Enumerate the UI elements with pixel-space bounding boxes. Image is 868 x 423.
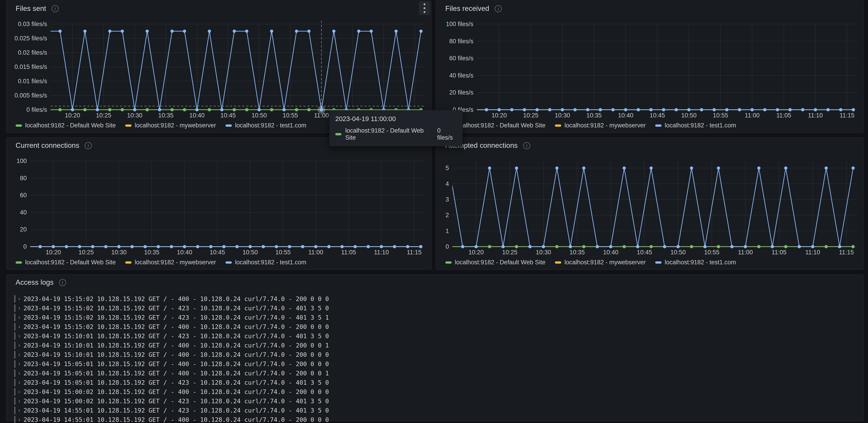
svg-text:10:35: 10:35 xyxy=(569,249,585,256)
info-icon[interactable]: i xyxy=(59,279,66,286)
chart-tooltip: 2023-04-19 11:00:00 localhost:9182 - Def… xyxy=(330,110,463,146)
legend-label: localhost:9182 - Default Web Site xyxy=(25,122,116,129)
legend-label: localhost:9182 - mywebserver xyxy=(135,259,216,266)
svg-text:10:30: 10:30 xyxy=(127,112,143,119)
current-connections-chart[interactable]: 10080604020010:2010:2510:3010:3510:4010:… xyxy=(9,151,428,258)
log-row[interactable]: ›2023-04-19 15:05:01 10.128.15.192 GET /… xyxy=(14,369,859,378)
svg-text:0.01 files/s: 0.01 files/s xyxy=(18,78,47,85)
attempted-connections-chart[interactable]: 54321010:2010:2510:3010:3510:4010:4510:5… xyxy=(438,151,860,258)
log-line-text: 2023-04-19 15:10:01 10.128.15.192 GET / … xyxy=(24,351,329,358)
svg-text:10:55: 10:55 xyxy=(283,112,298,119)
svg-text:11:10: 11:10 xyxy=(805,249,820,256)
panel-header: Access logs i xyxy=(16,278,66,286)
expand-chevron-icon[interactable]: › xyxy=(18,305,20,311)
log-row[interactable]: ›2023-04-19 15:00:02 10.128.15.192 GET /… xyxy=(14,387,859,396)
svg-text:11:00: 11:00 xyxy=(745,112,760,119)
expand-chevron-icon[interactable]: › xyxy=(18,417,20,423)
log-row[interactable]: ›2023-04-19 14:55:01 10.128.15.192 GET /… xyxy=(14,415,859,423)
expand-chevron-icon[interactable]: › xyxy=(18,361,20,367)
svg-text:5: 5 xyxy=(445,165,449,171)
svg-text:10:45: 10:45 xyxy=(220,112,236,119)
legend-color-icon xyxy=(16,124,22,127)
svg-text:11:10: 11:10 xyxy=(374,249,389,256)
expand-chevron-icon[interactable]: › xyxy=(18,333,20,339)
log-row[interactable]: ›2023-04-19 15:05:01 10.128.15.192 GET /… xyxy=(14,378,859,387)
log-row[interactable]: ›2023-04-19 15:15:02 10.128.15.192 GET /… xyxy=(14,304,859,313)
legend-item[interactable]: localhost:9182 - Default Web Site xyxy=(16,122,116,129)
legend-color-icon xyxy=(125,124,131,127)
svg-text:10:30: 10:30 xyxy=(536,249,551,256)
log-level-bar xyxy=(14,407,16,414)
svg-text:60 files/s: 60 files/s xyxy=(449,55,473,62)
legend-item[interactable]: localhost:9182 - mywebserver xyxy=(555,122,646,129)
log-list: ›2023-04-19 15:15:02 10.128.15.192 GET /… xyxy=(14,294,859,423)
svg-text:0.025 files/s: 0.025 files/s xyxy=(14,35,47,42)
expand-chevron-icon[interactable]: › xyxy=(18,407,20,414)
log-line-text: 2023-04-19 15:00:02 10.128.15.192 GET / … xyxy=(24,388,329,395)
expand-chevron-icon[interactable]: › xyxy=(18,370,20,376)
log-level-bar xyxy=(14,295,16,303)
legend-item[interactable]: localhost:9182 - Default Web Site xyxy=(445,259,546,266)
expand-chevron-icon[interactable]: › xyxy=(18,398,20,404)
log-level-bar xyxy=(14,314,16,321)
log-row[interactable]: ›2023-04-19 15:15:02 10.128.15.192 GET /… xyxy=(14,294,859,304)
panel-menu-button[interactable] xyxy=(419,1,430,15)
svg-text:80: 80 xyxy=(20,175,27,181)
legend-item[interactable]: localhost:9182 - mywebserver xyxy=(125,259,216,266)
expand-chevron-icon[interactable]: › xyxy=(18,324,20,330)
legend-item[interactable]: localhost:9182 - test1.com xyxy=(655,122,736,129)
panel-attempted-connections: Attempted connections i 54321010:2010:25… xyxy=(436,137,864,270)
log-level-bar xyxy=(14,323,16,331)
log-row[interactable]: ›2023-04-19 15:10:01 10.128.15.192 GET /… xyxy=(14,350,859,359)
kebab-menu-icon xyxy=(424,3,425,5)
svg-text:11:00: 11:00 xyxy=(308,249,323,256)
svg-text:11:05: 11:05 xyxy=(776,112,791,119)
series-color-icon xyxy=(335,133,341,135)
legend-item[interactable]: localhost:9182 - Default Web Site xyxy=(16,259,116,266)
legend-color-icon xyxy=(125,261,131,264)
svg-text:10:45: 10:45 xyxy=(210,249,225,256)
svg-text:10:40: 10:40 xyxy=(189,112,205,119)
expand-chevron-icon[interactable]: › xyxy=(18,342,20,348)
svg-text:10:30: 10:30 xyxy=(555,112,570,119)
svg-text:11:05: 11:05 xyxy=(772,249,786,256)
svg-text:100 files/s: 100 files/s xyxy=(446,21,473,27)
svg-text:10:20: 10:20 xyxy=(65,112,80,119)
svg-text:4: 4 xyxy=(445,180,449,187)
log-level-bar xyxy=(14,416,16,423)
info-icon[interactable]: i xyxy=(495,5,502,12)
expand-chevron-icon[interactable]: › xyxy=(18,389,20,395)
log-row[interactable]: ›2023-04-19 14:55:01 10.128.15.192 GET /… xyxy=(14,406,859,415)
legend-color-icon xyxy=(16,261,22,264)
expand-chevron-icon[interactable]: › xyxy=(18,379,20,386)
log-row[interactable]: ›2023-04-19 15:00:02 10.128.15.192 GET /… xyxy=(14,396,859,406)
log-row[interactable]: ›2023-04-19 15:15:02 10.128.15.192 GET /… xyxy=(14,322,859,332)
svg-text:0.03 files/s: 0.03 files/s xyxy=(18,21,47,27)
legend-item[interactable]: localhost:9182 - test1.com xyxy=(225,259,306,266)
legend-item[interactable]: localhost:9182 - mywebserver xyxy=(555,259,646,266)
info-icon[interactable]: i xyxy=(85,142,92,149)
legend-color-icon xyxy=(555,261,561,264)
log-line-text: 2023-04-19 15:15:02 10.128.15.192 GET / … xyxy=(24,295,329,302)
expand-chevron-icon[interactable]: › xyxy=(18,314,20,320)
log-row[interactable]: ›2023-04-19 15:10:01 10.128.15.192 GET /… xyxy=(14,341,859,350)
log-level-bar xyxy=(14,388,16,396)
info-icon[interactable]: i xyxy=(523,142,530,149)
log-row[interactable]: ›2023-04-19 15:10:01 10.128.15.192 GET /… xyxy=(14,332,859,341)
expand-chevron-icon[interactable]: › xyxy=(18,351,20,358)
files-received-chart[interactable]: 100 files/s80 files/s60 files/s40 files/… xyxy=(438,15,860,121)
expand-chevron-icon[interactable]: › xyxy=(18,296,20,302)
files-sent-chart[interactable]: 0.03 files/s0.025 files/s0.02 files/s0.0… xyxy=(9,15,428,121)
legend-item[interactable]: localhost:9182 - test1.com xyxy=(225,122,306,129)
legend-color-icon xyxy=(225,261,232,264)
svg-text:10:55: 10:55 xyxy=(275,249,291,256)
svg-text:3: 3 xyxy=(445,196,449,203)
svg-text:11:15: 11:15 xyxy=(840,112,855,119)
log-row[interactable]: ›2023-04-19 15:15:02 10.128.15.192 GET /… xyxy=(14,313,859,322)
info-icon[interactable]: i xyxy=(52,5,59,12)
log-row[interactable]: ›2023-04-19 15:05:01 10.128.15.192 GET /… xyxy=(14,359,859,369)
legend-item[interactable]: localhost:9182 - mywebserver xyxy=(125,122,216,129)
svg-text:10:25: 10:25 xyxy=(523,112,538,119)
legend-item[interactable]: localhost:9182 - test1.com xyxy=(655,259,736,266)
legend: localhost:9182 - Default Web Sitelocalho… xyxy=(445,122,859,129)
